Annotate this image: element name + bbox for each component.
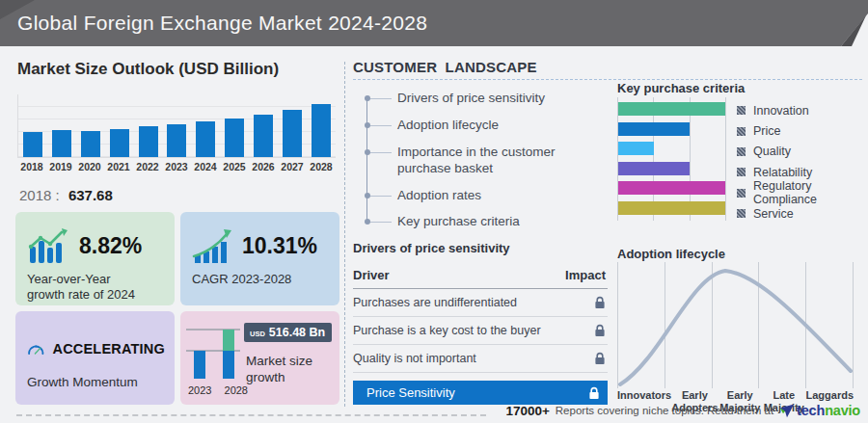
bar-2022 — [136, 126, 161, 157]
x-tick-label: 2028 — [309, 161, 334, 172]
table-header-row: Driver Impact — [353, 264, 608, 289]
dashed-underline — [353, 79, 862, 80]
reports-count: 17000+ — [505, 404, 549, 418]
brand-tech: tech — [797, 403, 825, 418]
bar-2025 — [222, 119, 247, 157]
page-title: Global Foreign Exchange Market 2024-2028 — [17, 0, 427, 46]
bar-2019 — [49, 130, 74, 157]
market-size-bar-chart: 2018201920202021202220232024202520262027… — [17, 94, 336, 175]
stat-label: Market size growth — [246, 354, 329, 386]
base-year-number: 637.68 — [68, 187, 113, 203]
legend-swatch-icon — [737, 168, 746, 176]
price-sensitivity-table: Driver Impact Purchases are undifferenti… — [353, 264, 608, 405]
market-growth-badge: USD 516.48 Bn — [244, 323, 332, 342]
badge-currency: USD — [250, 330, 265, 338]
lock-icon — [594, 324, 606, 337]
table-row: Purchase is a key cost to the buyer — [353, 317, 608, 345]
bar-2027 — [280, 110, 305, 157]
legend-label: Quality — [753, 145, 791, 158]
mini-chart-year-end: 2028 — [225, 384, 248, 396]
adoption-lifecycle-curve — [617, 262, 854, 388]
speedometer-icon — [27, 334, 44, 363]
table-row: Quality is not important — [353, 345, 608, 373]
customer-landscape-title: CUSTOMER LANDSCAPE — [353, 59, 537, 75]
cagr-trend-icon — [192, 227, 234, 264]
bar-2024 — [193, 121, 218, 157]
bar-2026 — [251, 115, 276, 157]
stat-card-cagr: 10.31% CAGR 2023-2028 — [180, 212, 339, 305]
lock-icon — [594, 296, 606, 309]
list-item[interactable]: Adoption lifecycle — [366, 118, 593, 134]
stat-card-momentum: ACCELERATING Growth Momentum — [15, 311, 175, 405]
technavio-logo[interactable]: technavio — [779, 403, 860, 418]
legend-label: Price — [753, 124, 780, 138]
market-growth-mini-chart — [186, 321, 248, 383]
x-tick-label: 2025 — [222, 161, 247, 172]
mini-chart-year-start: 2023 — [188, 384, 211, 396]
footer-dashed-line — [16, 414, 486, 416]
key-purchase-criteria-legend: InnovationPriceQualityRelatabilityRegula… — [737, 100, 868, 224]
x-tick-label: 2027 — [280, 161, 305, 172]
x-tick-label: 2020 — [77, 161, 102, 172]
growth-bars-icon — [27, 227, 71, 264]
footer-text: Reports covering niche topics. Read them… — [556, 405, 773, 416]
base-year-value: 2018 : 637.68 — [19, 187, 113, 203]
driver-cell: Quality is not important — [353, 352, 476, 365]
bar-quality — [618, 142, 654, 155]
legend-label: Innovation — [753, 104, 809, 118]
legend-swatch-icon — [737, 127, 746, 136]
x-tick-label: 2023 — [164, 161, 189, 172]
list-item[interactable]: Adoption rates — [366, 188, 593, 204]
stat-label: CAGR 2023-2028 — [192, 272, 291, 286]
legend-item: Regulatory Compliance — [737, 183, 868, 203]
legend-swatch-icon — [737, 147, 746, 156]
stat-value: ACCELERATING — [52, 341, 165, 357]
bar-chart-plot — [17, 94, 336, 158]
bar-service — [618, 201, 725, 215]
key-purchase-criteria-chart — [617, 97, 726, 221]
column-header-driver: Driver — [353, 268, 390, 282]
badge-value: 516.48 Bn — [269, 326, 325, 339]
stat-cards: 8.82% Year-over-Year growth rate of 2024… — [15, 212, 339, 405]
column-header-impact: Impact — [565, 268, 606, 282]
stat-label-line2: growth rate of 2024 — [27, 287, 135, 302]
highlight-row-label: Price Sensitivity — [366, 385, 455, 400]
legend-label: Regulatory Compliance — [753, 179, 868, 206]
stat-card-market-growth: USD 516.48 Bn Market size growth 2023 20… — [180, 311, 339, 405]
bar-2028 — [309, 104, 334, 157]
market-size-title: Market Size Outlook (USD Billion) — [17, 60, 279, 79]
legend-label: Relatability — [753, 166, 812, 179]
lock-icon — [588, 386, 600, 400]
price-sensitivity-title: Drivers of price sensitivity — [353, 241, 510, 255]
legend-swatch-icon — [737, 106, 746, 115]
x-tick-label: 2024 — [193, 161, 218, 172]
x-tick-label: 2026 — [251, 161, 276, 172]
legend-item: Quality — [737, 142, 868, 162]
stat-label-line1: Year-over-Year — [27, 272, 110, 286]
stat-value: 8.82% — [79, 233, 142, 259]
legend-swatch-icon — [737, 189, 746, 198]
base-year-label: 2018 : — [19, 187, 60, 203]
infographic-page: Global Foreign Exchange Market 2024-2028… — [0, 0, 868, 423]
bar-relatability — [618, 162, 690, 175]
legend-swatch-icon — [737, 209, 746, 218]
brand-navio: navio — [825, 403, 860, 418]
x-tick-label: 2018 — [19, 161, 44, 172]
bar-innovation — [618, 102, 725, 116]
list-item[interactable]: Key purchase criteria — [366, 214, 593, 230]
bar-2021 — [107, 129, 132, 157]
bar-2018 — [20, 132, 45, 157]
lock-icon — [594, 352, 606, 365]
list-item[interactable]: Importance in the customer purchase bask… — [366, 145, 593, 177]
bar-2020 — [78, 131, 103, 157]
stat-value: 10.31% — [242, 233, 317, 259]
list-item[interactable]: Drivers of price sensitivity — [366, 91, 593, 107]
legend-item: Price — [737, 120, 868, 141]
stat-card-yoy-growth: 8.82% Year-over-Year growth rate of 2024 — [15, 212, 175, 305]
x-tick-label: 2022 — [135, 161, 160, 172]
legend-item: Innovation — [737, 100, 868, 120]
stat-label: Growth Momentum — [27, 375, 138, 389]
price-sensitivity-highlight-row[interactable]: Price Sensitivity — [353, 381, 608, 405]
legend-label: Service — [753, 207, 794, 221]
bar-chart-x-axis: 2018201920202021202220232024202520262027… — [17, 158, 336, 172]
